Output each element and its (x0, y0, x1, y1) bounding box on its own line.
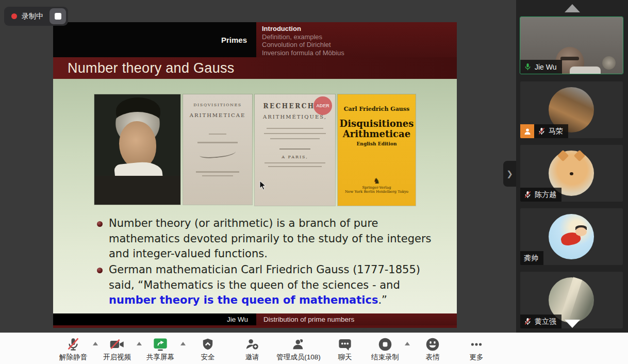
cover-cities: New York Berlin Heidelberg Tokyo (338, 190, 416, 194)
chat-bubble-icon (338, 337, 352, 352)
bullet-2-text: German mathematician Carl Friedrich Gaus… (109, 263, 420, 291)
slide-footer-author-bar: Jie Wu (53, 313, 256, 325)
recording-indicator: 录制中 (4, 7, 68, 26)
meeting-toolbar: 解除静音 开启视频 共享屏幕 (0, 333, 628, 364)
participant-name: Jie Wu (535, 63, 557, 71)
cover-title: Disquisitiones Arithmeticae (338, 119, 416, 139)
cover-text: ARITHMETICAE (183, 112, 252, 118)
shared-screen-stage: 录制中 Primes Introduction Definition, exam… (0, 0, 516, 333)
participant-tile-jie-wu[interactable]: Jie Wu (520, 17, 623, 74)
mouse-cursor-icon (259, 180, 267, 191)
bullet-2-highlight: number theory is the queen of mathematic… (109, 294, 378, 306)
ader-stamp: ADER (313, 96, 332, 115)
disquisitiones-original-cover: DISQVISITIONES ARITHMETICAE (183, 94, 252, 205)
recording-label: 录制中 (22, 12, 43, 21)
recherches-arithmetiques-cover: ADER RECHERCHES ARITHMÉTIQUES, A PARIS, (255, 94, 335, 206)
stop-recording-button[interactable] (49, 8, 66, 24)
chevron-right-icon: ❯ (506, 169, 513, 178)
bullet-marker-icon (97, 221, 103, 227)
bullet-2-end: .” (378, 294, 387, 306)
stop-square-icon (55, 13, 61, 20)
presentation-slide: Primes Introduction Definition, examples… (53, 22, 457, 328)
footer-title: Distribution of prime numbers (263, 316, 354, 323)
slide-title-bar: Number theory and Gauss (53, 57, 457, 79)
slide-footer-title-bar: Distribution of prime numbers (256, 313, 457, 325)
mic-muted-icon (538, 127, 546, 135)
invite-person-icon (245, 337, 259, 352)
more-label: 更多 (448, 353, 505, 362)
bullet-1-text: Number theory (or arithmetic) is a branc… (109, 217, 432, 260)
meeting-window: 录制中 Primes Introduction Definition, exam… (0, 0, 628, 364)
nav-item: Inversion formula of Möbius (262, 49, 457, 57)
participants-icon (291, 337, 306, 352)
emoji-smiley-icon (425, 337, 440, 352)
participant-name: 龚帅 (524, 254, 538, 263)
signature-mark (200, 148, 236, 159)
cover-edition: English Edition (338, 141, 416, 146)
participants-panel: Jie Wu 马荣 (516, 0, 628, 333)
scroll-down-arrow[interactable] (565, 320, 580, 328)
mic-on-icon (524, 63, 532, 71)
mic-muted-icon (524, 318, 532, 325)
mic-muted-icon (524, 191, 532, 198)
avatar (549, 214, 594, 259)
slide-title: Number theory and Gauss (68, 60, 235, 76)
slide-tab-label: Primes (221, 36, 247, 44)
panel-collapse-handle[interactable]: ❯ (503, 161, 516, 187)
more-button[interactable]: 更多 (448, 336, 505, 362)
participant-name: 马荣 (549, 127, 563, 136)
recording-dot-icon (11, 13, 17, 19)
participant-name: 陈方越 (535, 190, 556, 200)
share-screen-icon (153, 337, 168, 352)
nav-current: Introduction (262, 25, 457, 33)
springer-logo-icon: ♞ (338, 176, 416, 186)
slide-nav-outline: Introduction Definition, examples Convol… (256, 22, 457, 57)
footer-author: Jie Wu (227, 316, 248, 323)
scroll-up-arrow[interactable] (565, 4, 580, 12)
gauss-portrait-image (94, 94, 180, 205)
participant-tile-chen-fangyue[interactable]: 陈方越 (520, 145, 623, 202)
more-dots-icon (469, 337, 484, 352)
host-badge-icon (520, 124, 534, 138)
camera-off-icon (109, 337, 125, 352)
participant-tile-ma-rong[interactable]: 马荣 (520, 81, 623, 138)
bullet-item-1: Number theory (or arithmetic) is a branc… (109, 216, 439, 262)
slide-body: DISQVISITIONES ARITHMETICAE ADER RECHERC… (53, 79, 457, 313)
nav-item: Definition, examples (262, 33, 457, 41)
disquisitiones-english-cover: Carl Friedrich Gauss Disquisitiones Arit… (338, 94, 416, 206)
cover-text: A PARIS, (255, 155, 335, 159)
shield-icon (201, 337, 214, 352)
bullet-item-2: German mathematician Carl Friedrich Gaus… (109, 262, 439, 308)
cover-text: DISQVISITIONES (183, 103, 252, 107)
bullet-marker-icon (97, 268, 103, 273)
participant-tile-gong-shuai[interactable]: 龚帅 (520, 208, 623, 265)
stop-record-icon (378, 337, 392, 352)
cover-author: Carl Friedrich Gauss (338, 106, 416, 112)
participant-name: 黄立强 (535, 317, 556, 326)
slide-bottom-strip (53, 325, 457, 328)
cover-publisher: Springer-Verlag (338, 186, 416, 190)
slide-section-tab: Primes (53, 22, 256, 57)
mic-muted-icon (66, 337, 80, 352)
nav-item: Convolution of Dirichlet (262, 41, 457, 49)
